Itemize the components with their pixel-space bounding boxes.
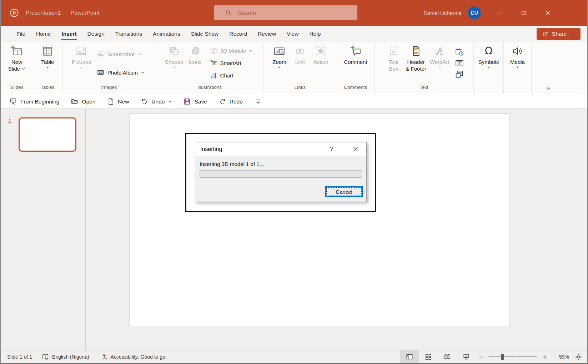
ribbon-button-label: Symbols (478, 59, 499, 69)
chevron-down-icon (21, 67, 25, 71)
qat-button-redo[interactable]: Redo (219, 98, 243, 105)
ribbon-button-photo-album[interactable]: Photo Album (95, 68, 146, 77)
fit-to-window-icon[interactable] (575, 353, 582, 361)
view-slide-show-button[interactable] (457, 350, 476, 363)
ribbon-insert: NewSlideSlidesTableTablesPicturesScreens… (1, 42, 587, 94)
qat-button-open[interactable]: Open (71, 98, 95, 105)
date-and-time-button[interactable] (455, 48, 464, 56)
new-file-icon (107, 98, 115, 105)
avatar[interactable]: DU (468, 6, 481, 19)
powerpoint-window: P Presentation1 - PowerPoint Search Dani… (0, 0, 588, 364)
tab-slide-show[interactable]: Slide Show (186, 26, 224, 42)
slide-thumbnail-number: 1 (8, 118, 11, 124)
search-input[interactable]: Search (214, 5, 357, 20)
svg-text:A: A (436, 45, 443, 57)
slide-thumbnail[interactable] (19, 117, 76, 152)
dialog-help-button[interactable]: ? (328, 146, 336, 153)
qat-button-from-beginning[interactable]: From Beginning (10, 98, 59, 105)
dialog-close-icon[interactable] (352, 145, 360, 153)
zoom-percentage[interactable]: 59% (553, 354, 569, 360)
tab-review[interactable]: Review (252, 26, 281, 42)
tab-design[interactable]: Design (82, 26, 110, 42)
chevron-down-icon (571, 32, 575, 36)
ribbon-button-pictures: Pictures (70, 44, 92, 85)
ribbon-button-new-slide[interactable]: NewSlide (7, 44, 27, 85)
view-normal-button[interactable] (400, 350, 419, 363)
tab-animations[interactable]: Animations (147, 26, 186, 42)
app-name: PowerPoint (71, 10, 100, 16)
ribbon-button-smartart[interactable]: SmartArt (208, 59, 243, 67)
qat-button-new[interactable]: New (107, 98, 129, 105)
symbols-icon: Ω (482, 45, 495, 57)
media-icon (511, 45, 524, 57)
object-button[interactable] (455, 70, 464, 79)
ribbon-button-text-box: ATextBox (383, 44, 403, 85)
progress-bar (200, 170, 362, 178)
ribbon-button-header-footer[interactable]: Header& Footer (404, 44, 428, 85)
view-switcher (400, 350, 476, 363)
tab-insert[interactable]: Insert (56, 26, 82, 42)
plus-icon (542, 354, 548, 360)
qat-button-label: Open (82, 98, 95, 105)
svg-text:A: A (392, 48, 396, 54)
proofing-book-icon[interactable] (42, 353, 49, 360)
view-slide-sorter-button[interactable] (419, 350, 438, 363)
photo-album-icon (97, 69, 105, 76)
user-name[interactable]: Daniel Uchenna (423, 0, 462, 26)
zoom-slider[interactable] (488, 350, 537, 364)
view-reading-view-button[interactable] (438, 350, 457, 363)
svg-text:Ω: Ω (485, 45, 492, 57)
ribbon-group-tables: TableTables (33, 42, 62, 94)
minimize-icon (496, 10, 503, 16)
cancel-button[interactable]: Cancel (325, 186, 363, 197)
shapes-icon (168, 45, 180, 57)
tab-transitions[interactable]: Transitions (110, 26, 147, 42)
document-title: Presentation1 (26, 10, 61, 16)
ribbon-button-label: Header& Footer (406, 59, 426, 72)
ribbon-button-comment[interactable]: Comment (342, 44, 368, 85)
screenshot-icon (97, 50, 105, 58)
tab-home[interactable]: Home (31, 26, 56, 42)
ribbon-button-label: Table (41, 59, 54, 69)
minimize-button[interactable] (491, 0, 507, 26)
share-button[interactable]: Share (537, 28, 581, 40)
ribbon-button-zoom[interactable]: Zoom (270, 44, 290, 85)
tab-view[interactable]: View (281, 26, 304, 42)
ribbon-group-label: Tables (33, 85, 62, 94)
ribbon-button-chart[interactable]: Chart (208, 71, 235, 80)
accessibility-status[interactable]: Accessibility: Good to go (111, 354, 165, 360)
zoom-slider-handle[interactable] (501, 354, 504, 360)
qat-button-undo[interactable]: Undo (141, 98, 172, 105)
share-label: Share (552, 31, 567, 37)
ribbon-button-label: Icons (189, 59, 202, 65)
action-icon (315, 45, 327, 57)
qat-button-label: From Beginning (20, 98, 59, 105)
language-indicator[interactable]: English (Nigeria) (52, 354, 89, 360)
ribbon-group-illustrations: ShapesIcons3D ModelsSmartArtChartIllustr… (156, 42, 263, 94)
ribbon-group-symbols: ΩSymbols (474, 42, 504, 94)
tab-record[interactable]: Record (224, 26, 252, 42)
dialog-message: Inserting 3D model 1 of 1... (200, 161, 362, 167)
collapse-ribbon-chevron-icon[interactable] (546, 86, 551, 91)
slide-indicator[interactable]: Slide 1 of 1 (7, 354, 32, 360)
tab-help[interactable]: Help (304, 26, 326, 42)
zoom-out-button[interactable] (476, 353, 485, 361)
tab-file[interactable]: File (11, 26, 31, 42)
maximize-button[interactable] (515, 0, 532, 26)
ribbon-button-symbols[interactable]: ΩSymbols (477, 44, 501, 85)
qat-button-save[interactable]: Save (184, 98, 207, 105)
close-button[interactable] (539, 0, 556, 26)
ribbon-group-media: Media (504, 42, 532, 94)
ribbon-button-label: Pictures (72, 59, 91, 69)
ribbon-group-images: PicturesScreenshotPhoto AlbumImages (62, 42, 156, 94)
svg-text:#: # (458, 61, 461, 65)
ribbon-button-media[interactable]: Media (508, 44, 528, 85)
ribbon-group-label: Text (375, 85, 473, 94)
ribbon-button-table[interactable]: Table (38, 44, 58, 85)
zoom-in-button[interactable] (541, 353, 549, 361)
ribbon-group-label (474, 85, 503, 94)
svg-text:P: P (13, 10, 16, 16)
customize-quick-access-toolbar-button[interactable] (255, 98, 262, 105)
slide-canvas[interactable]: Inserting ? Inserting 3D model 1 of 1...… (129, 113, 510, 327)
insert-slide-number-button[interactable]: # (455, 59, 464, 67)
